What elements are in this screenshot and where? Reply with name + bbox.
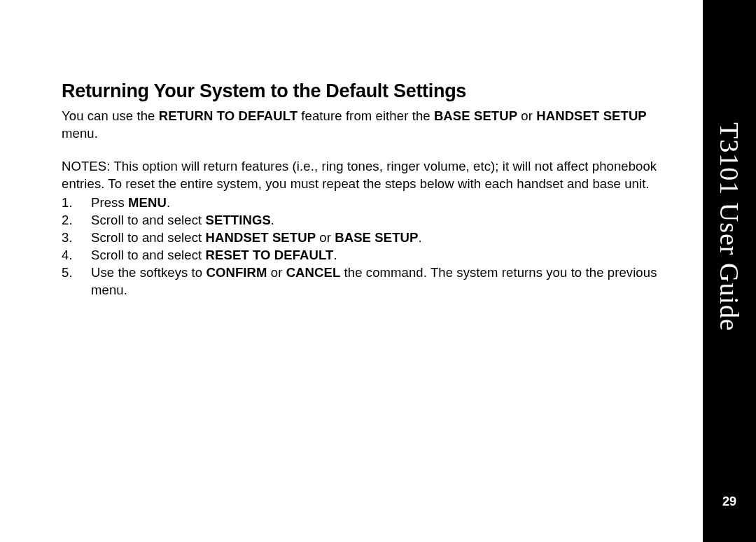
step-item: Scroll to and select HANDSET SETUP or BA… xyxy=(91,229,682,247)
step-text-pre: Scroll to and select xyxy=(91,230,206,245)
step-bold-1: MENU xyxy=(128,195,167,210)
step-bold-1: RESET TO DEFAULT xyxy=(206,248,334,262)
intro-bold-1: RETURN TO DEFAULT xyxy=(159,108,298,123)
step-text-pre: Press xyxy=(91,195,128,210)
intro-bold-3: HANDSET SETUP xyxy=(536,108,647,123)
page-container: Returning Your System to the Default Set… xyxy=(0,0,756,542)
step-text-pre: Scroll to and select xyxy=(91,213,206,227)
step-item: Scroll to and select RESET TO DEFAULT. xyxy=(91,247,682,264)
notes-label: NOTES: xyxy=(62,159,110,173)
step-text-post: . xyxy=(167,195,170,210)
step-bold-1: HANDSET SETUP xyxy=(206,230,316,245)
step-text-pre: Use the softkeys to xyxy=(91,265,206,280)
step-item: Press MENU. xyxy=(91,194,682,212)
page-number: 29 xyxy=(722,494,736,509)
sidebar-title: T3101 User Guide xyxy=(714,122,745,331)
section-heading: Returning Your System to the Default Set… xyxy=(62,80,682,102)
intro-text-mid2: or xyxy=(517,108,536,123)
intro-text-mid1: feature from either the xyxy=(298,108,434,123)
intro-text-post: menu. xyxy=(62,126,98,141)
sidebar: T3101 User Guide 29 xyxy=(703,0,756,542)
step-bold-1: CONFIRM xyxy=(206,265,267,280)
notes-text: This option will return features (i.e., … xyxy=(62,159,657,191)
step-text-mid: or xyxy=(267,265,286,280)
step-text-post: . xyxy=(271,213,274,227)
step-item: Scroll to and select SETTINGS. xyxy=(91,212,682,229)
steps-list: Press MENU. Scroll to and select SETTING… xyxy=(62,194,682,299)
content-area: Returning Your System to the Default Set… xyxy=(0,0,703,542)
step-text-post: . xyxy=(333,248,337,262)
step-text-pre: Scroll to and select xyxy=(91,248,206,262)
intro-paragraph: You can use the RETURN TO DEFAULT featur… xyxy=(62,108,682,143)
step-bold-1: SETTINGS xyxy=(206,213,271,227)
step-bold-2: BASE SETUP xyxy=(335,230,418,245)
intro-bold-2: BASE SETUP xyxy=(434,108,517,123)
step-text-post: . xyxy=(418,230,421,245)
step-item: Use the softkeys to CONFIRM or CANCEL th… xyxy=(91,264,682,299)
intro-text-pre: You can use the xyxy=(62,108,159,123)
notes-paragraph: NOTES: This option will return features … xyxy=(62,158,682,193)
step-text-mid: or xyxy=(316,230,335,245)
step-bold-2: CANCEL xyxy=(286,265,341,280)
